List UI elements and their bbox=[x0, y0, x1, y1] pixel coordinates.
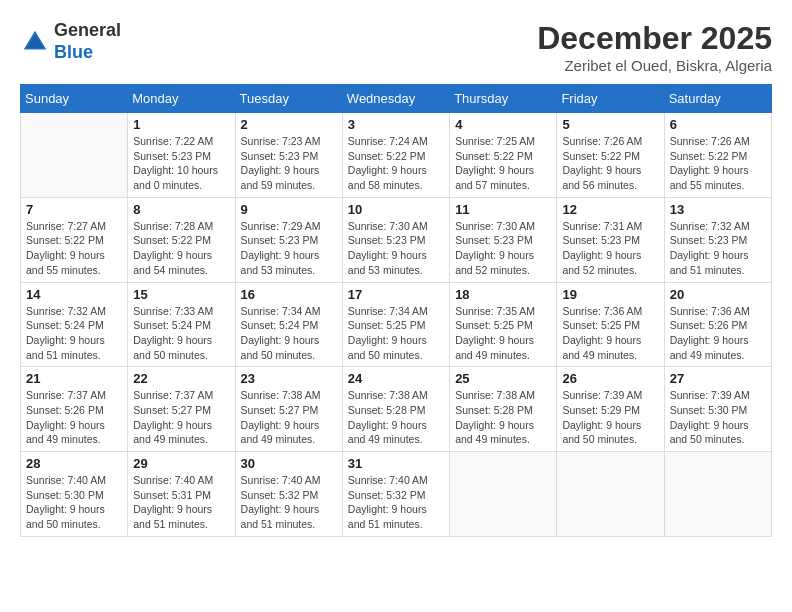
calendar-day-cell: 21Sunrise: 7:37 AM Sunset: 5:26 PM Dayli… bbox=[21, 367, 128, 452]
day-info: Sunrise: 7:36 AM Sunset: 5:25 PM Dayligh… bbox=[562, 304, 658, 363]
day-info: Sunrise: 7:34 AM Sunset: 5:24 PM Dayligh… bbox=[241, 304, 337, 363]
day-number: 21 bbox=[26, 371, 122, 386]
calendar-day-cell bbox=[450, 452, 557, 537]
calendar-day-cell: 18Sunrise: 7:35 AM Sunset: 5:25 PM Dayli… bbox=[450, 282, 557, 367]
day-number: 19 bbox=[562, 287, 658, 302]
day-number: 16 bbox=[241, 287, 337, 302]
day-number: 23 bbox=[241, 371, 337, 386]
calendar-day-cell: 24Sunrise: 7:38 AM Sunset: 5:28 PM Dayli… bbox=[342, 367, 449, 452]
day-info: Sunrise: 7:37 AM Sunset: 5:26 PM Dayligh… bbox=[26, 388, 122, 447]
day-info: Sunrise: 7:39 AM Sunset: 5:29 PM Dayligh… bbox=[562, 388, 658, 447]
day-info: Sunrise: 7:30 AM Sunset: 5:23 PM Dayligh… bbox=[455, 219, 551, 278]
calendar-day-cell: 3Sunrise: 7:24 AM Sunset: 5:22 PM Daylig… bbox=[342, 113, 449, 198]
day-number: 24 bbox=[348, 371, 444, 386]
day-number: 4 bbox=[455, 117, 551, 132]
calendar-day-cell: 2Sunrise: 7:23 AM Sunset: 5:23 PM Daylig… bbox=[235, 113, 342, 198]
day-info: Sunrise: 7:29 AM Sunset: 5:23 PM Dayligh… bbox=[241, 219, 337, 278]
day-info: Sunrise: 7:33 AM Sunset: 5:24 PM Dayligh… bbox=[133, 304, 229, 363]
calendar-day-cell: 1Sunrise: 7:22 AM Sunset: 5:23 PM Daylig… bbox=[128, 113, 235, 198]
day-number: 9 bbox=[241, 202, 337, 217]
logo-icon bbox=[20, 27, 50, 57]
calendar-header-row: SundayMondayTuesdayWednesdayThursdayFrid… bbox=[21, 85, 772, 113]
day-info: Sunrise: 7:30 AM Sunset: 5:23 PM Dayligh… bbox=[348, 219, 444, 278]
day-number: 7 bbox=[26, 202, 122, 217]
day-number: 14 bbox=[26, 287, 122, 302]
calendar-header-thursday: Thursday bbox=[450, 85, 557, 113]
calendar-day-cell: 26Sunrise: 7:39 AM Sunset: 5:29 PM Dayli… bbox=[557, 367, 664, 452]
day-info: Sunrise: 7:38 AM Sunset: 5:28 PM Dayligh… bbox=[455, 388, 551, 447]
day-info: Sunrise: 7:27 AM Sunset: 5:22 PM Dayligh… bbox=[26, 219, 122, 278]
calendar-header-monday: Monday bbox=[128, 85, 235, 113]
calendar-day-cell: 31Sunrise: 7:40 AM Sunset: 5:32 PM Dayli… bbox=[342, 452, 449, 537]
day-number: 27 bbox=[670, 371, 766, 386]
day-info: Sunrise: 7:32 AM Sunset: 5:24 PM Dayligh… bbox=[26, 304, 122, 363]
calendar-header-friday: Friday bbox=[557, 85, 664, 113]
day-info: Sunrise: 7:36 AM Sunset: 5:26 PM Dayligh… bbox=[670, 304, 766, 363]
day-info: Sunrise: 7:24 AM Sunset: 5:22 PM Dayligh… bbox=[348, 134, 444, 193]
day-number: 8 bbox=[133, 202, 229, 217]
calendar-day-cell: 25Sunrise: 7:38 AM Sunset: 5:28 PM Dayli… bbox=[450, 367, 557, 452]
calendar-day-cell: 27Sunrise: 7:39 AM Sunset: 5:30 PM Dayli… bbox=[664, 367, 771, 452]
calendar-day-cell: 6Sunrise: 7:26 AM Sunset: 5:22 PM Daylig… bbox=[664, 113, 771, 198]
calendar-day-cell: 10Sunrise: 7:30 AM Sunset: 5:23 PM Dayli… bbox=[342, 197, 449, 282]
day-info: Sunrise: 7:38 AM Sunset: 5:28 PM Dayligh… bbox=[348, 388, 444, 447]
day-info: Sunrise: 7:34 AM Sunset: 5:25 PM Dayligh… bbox=[348, 304, 444, 363]
calendar-day-cell: 13Sunrise: 7:32 AM Sunset: 5:23 PM Dayli… bbox=[664, 197, 771, 282]
calendar-day-cell: 8Sunrise: 7:28 AM Sunset: 5:22 PM Daylig… bbox=[128, 197, 235, 282]
calendar-day-cell bbox=[21, 113, 128, 198]
location-subtitle: Zeribet el Oued, Biskra, Algeria bbox=[537, 57, 772, 74]
calendar-header-tuesday: Tuesday bbox=[235, 85, 342, 113]
day-number: 20 bbox=[670, 287, 766, 302]
day-info: Sunrise: 7:40 AM Sunset: 5:32 PM Dayligh… bbox=[348, 473, 444, 532]
day-number: 1 bbox=[133, 117, 229, 132]
calendar-day-cell: 22Sunrise: 7:37 AM Sunset: 5:27 PM Dayli… bbox=[128, 367, 235, 452]
calendar-day-cell: 17Sunrise: 7:34 AM Sunset: 5:25 PM Dayli… bbox=[342, 282, 449, 367]
calendar-day-cell: 9Sunrise: 7:29 AM Sunset: 5:23 PM Daylig… bbox=[235, 197, 342, 282]
calendar-day-cell: 29Sunrise: 7:40 AM Sunset: 5:31 PM Dayli… bbox=[128, 452, 235, 537]
logo-general-text: General bbox=[54, 20, 121, 42]
day-number: 26 bbox=[562, 371, 658, 386]
logo-blue-text: Blue bbox=[54, 42, 121, 64]
day-number: 17 bbox=[348, 287, 444, 302]
day-number: 13 bbox=[670, 202, 766, 217]
calendar-table: SundayMondayTuesdayWednesdayThursdayFrid… bbox=[20, 84, 772, 537]
page-header: General Blue December 2025 Zeribet el Ou… bbox=[20, 20, 772, 74]
day-info: Sunrise: 7:39 AM Sunset: 5:30 PM Dayligh… bbox=[670, 388, 766, 447]
day-number: 15 bbox=[133, 287, 229, 302]
calendar-day-cell: 23Sunrise: 7:38 AM Sunset: 5:27 PM Dayli… bbox=[235, 367, 342, 452]
logo: General Blue bbox=[20, 20, 121, 63]
day-number: 3 bbox=[348, 117, 444, 132]
calendar-week-row: 14Sunrise: 7:32 AM Sunset: 5:24 PM Dayli… bbox=[21, 282, 772, 367]
day-info: Sunrise: 7:22 AM Sunset: 5:23 PM Dayligh… bbox=[133, 134, 229, 193]
day-info: Sunrise: 7:23 AM Sunset: 5:23 PM Dayligh… bbox=[241, 134, 337, 193]
day-number: 2 bbox=[241, 117, 337, 132]
day-number: 25 bbox=[455, 371, 551, 386]
day-info: Sunrise: 7:40 AM Sunset: 5:32 PM Dayligh… bbox=[241, 473, 337, 532]
calendar-day-cell: 12Sunrise: 7:31 AM Sunset: 5:23 PM Dayli… bbox=[557, 197, 664, 282]
day-number: 28 bbox=[26, 456, 122, 471]
calendar-day-cell: 30Sunrise: 7:40 AM Sunset: 5:32 PM Dayli… bbox=[235, 452, 342, 537]
day-info: Sunrise: 7:37 AM Sunset: 5:27 PM Dayligh… bbox=[133, 388, 229, 447]
month-title: December 2025 bbox=[537, 20, 772, 57]
calendar-week-row: 28Sunrise: 7:40 AM Sunset: 5:30 PM Dayli… bbox=[21, 452, 772, 537]
calendar-day-cell: 15Sunrise: 7:33 AM Sunset: 5:24 PM Dayli… bbox=[128, 282, 235, 367]
day-number: 29 bbox=[133, 456, 229, 471]
calendar-day-cell: 7Sunrise: 7:27 AM Sunset: 5:22 PM Daylig… bbox=[21, 197, 128, 282]
title-section: December 2025 Zeribet el Oued, Biskra, A… bbox=[537, 20, 772, 74]
day-number: 31 bbox=[348, 456, 444, 471]
day-info: Sunrise: 7:32 AM Sunset: 5:23 PM Dayligh… bbox=[670, 219, 766, 278]
calendar-day-cell: 20Sunrise: 7:36 AM Sunset: 5:26 PM Dayli… bbox=[664, 282, 771, 367]
day-info: Sunrise: 7:25 AM Sunset: 5:22 PM Dayligh… bbox=[455, 134, 551, 193]
calendar-week-row: 1Sunrise: 7:22 AM Sunset: 5:23 PM Daylig… bbox=[21, 113, 772, 198]
calendar-day-cell: 4Sunrise: 7:25 AM Sunset: 5:22 PM Daylig… bbox=[450, 113, 557, 198]
day-info: Sunrise: 7:40 AM Sunset: 5:31 PM Dayligh… bbox=[133, 473, 229, 532]
day-info: Sunrise: 7:38 AM Sunset: 5:27 PM Dayligh… bbox=[241, 388, 337, 447]
day-number: 10 bbox=[348, 202, 444, 217]
calendar-header-saturday: Saturday bbox=[664, 85, 771, 113]
calendar-header-sunday: Sunday bbox=[21, 85, 128, 113]
calendar-day-cell: 28Sunrise: 7:40 AM Sunset: 5:30 PM Dayli… bbox=[21, 452, 128, 537]
day-info: Sunrise: 7:26 AM Sunset: 5:22 PM Dayligh… bbox=[562, 134, 658, 193]
day-info: Sunrise: 7:28 AM Sunset: 5:22 PM Dayligh… bbox=[133, 219, 229, 278]
day-number: 22 bbox=[133, 371, 229, 386]
day-info: Sunrise: 7:31 AM Sunset: 5:23 PM Dayligh… bbox=[562, 219, 658, 278]
